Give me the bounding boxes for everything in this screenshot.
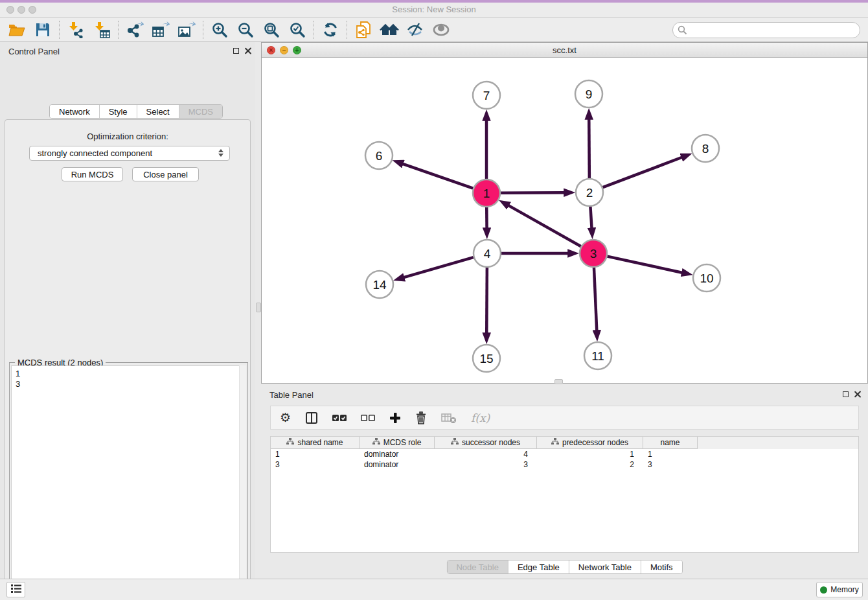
open-session-icon[interactable] <box>4 19 30 40</box>
graph-edge[interactable] <box>404 257 474 277</box>
mcds-result-list[interactable]: 13 <box>11 365 246 600</box>
table-cell: 2 <box>537 459 643 470</box>
node-table-header: shared nameMCDS rolesuccessor nodesprede… <box>271 437 858 449</box>
close-table-panel-icon[interactable] <box>854 391 861 398</box>
graph-edge[interactable] <box>603 157 683 187</box>
zoom-out-icon[interactable] <box>233 19 258 40</box>
import-network-icon[interactable] <box>63 19 89 40</box>
tab-node-table[interactable]: Node Table <box>447 560 508 573</box>
control-panel-title: Control Panel <box>8 47 60 56</box>
node-table: shared nameMCDS rolesuccessor nodesprede… <box>270 436 859 553</box>
table-cell: 3 <box>643 459 698 470</box>
export-image-icon[interactable] <box>174 19 200 40</box>
graph-edge[interactable] <box>486 268 487 334</box>
zoom-fit-icon[interactable] <box>258 19 284 40</box>
graph-node-label: 9 <box>586 87 593 101</box>
graph-node-label: 1 <box>483 187 490 200</box>
table-cell: dominator <box>360 459 435 470</box>
graph-node-label: 4 <box>484 247 491 260</box>
select-all-icon[interactable] <box>332 410 347 426</box>
graph-edge[interactable] <box>594 268 597 331</box>
graph-edge[interactable] <box>508 205 581 247</box>
split-columns-icon[interactable] <box>305 410 318 426</box>
table-cell: 3 <box>435 459 537 470</box>
memory-button[interactable]: Memory <box>816 582 863 597</box>
chevron-updown-icon <box>218 149 223 157</box>
table-cell: 4 <box>435 449 537 459</box>
network-window-titlebar[interactable]: × – + scc.txt <box>262 43 867 58</box>
graph-edge[interactable] <box>590 207 591 229</box>
list-icon <box>10 584 22 596</box>
application-window: Session: New Session <box>0 0 868 600</box>
horizontal-splitter-handle[interactable] <box>554 379 563 384</box>
graph-node-label: 3 <box>590 247 597 260</box>
graph-node-label: 6 <box>376 149 383 163</box>
graph-edge[interactable] <box>402 164 473 189</box>
export-table-icon[interactable] <box>148 19 174 40</box>
table-panel-header: Table Panel <box>261 386 868 404</box>
tab-mcds[interactable]: MCDS <box>179 105 222 118</box>
column-header[interactable]: name <box>643 437 698 449</box>
shared-column-icon <box>551 438 559 448</box>
column-header[interactable]: predecessor nodes <box>537 437 643 449</box>
table-cell: 1 <box>537 449 643 459</box>
network-canvas-svg[interactable]: 7968124314101511 <box>262 58 867 383</box>
column-header[interactable]: MCDS role <box>360 437 435 449</box>
delete-column-icon[interactable] <box>415 410 427 426</box>
search-icon <box>678 25 687 38</box>
tab-style[interactable]: Style <box>100 105 137 118</box>
home-icon[interactable] <box>376 19 402 40</box>
node-table-body: 1dominator4113dominator323 <box>271 449 858 470</box>
control-panel-tabs: Network Style Select MCDS <box>49 104 223 119</box>
zoom-selected-icon[interactable] <box>284 19 310 40</box>
result-scrollbar[interactable] <box>239 365 246 600</box>
hide-details-icon[interactable] <box>402 19 428 40</box>
tab-network[interactable]: Network <box>50 105 100 118</box>
tab-select[interactable]: Select <box>137 105 179 118</box>
refresh-layout-icon[interactable] <box>317 19 343 40</box>
network-view-window: × – + scc.txt 7968124314101511 <box>261 42 868 384</box>
graph-edge[interactable] <box>607 257 682 273</box>
table-row[interactable]: 1dominator411 <box>271 449 858 459</box>
zoom-in-icon[interactable] <box>207 19 233 40</box>
window-title: Session: New Session <box>0 5 868 14</box>
window-titlebar: Session: New Session <box>0 0 868 18</box>
column-header-label: MCDS role <box>383 438 422 447</box>
graph-edge[interactable] <box>589 119 589 178</box>
save-session-icon[interactable] <box>30 19 56 40</box>
delete-table-icon <box>441 410 457 426</box>
task-history-button[interactable] <box>6 582 25 597</box>
mcds-tab-content: Optimization criterion: strongly connect… <box>5 119 251 600</box>
vertical-splitter-handle[interactable] <box>256 303 261 312</box>
float-panel-icon[interactable] <box>233 48 239 54</box>
toolbar-search <box>672 22 860 38</box>
gear-icon[interactable]: ⚙ <box>280 410 291 426</box>
status-bar: Memory <box>0 579 868 600</box>
graph-node-label: 14 <box>372 278 387 292</box>
graph-node-label: 8 <box>702 142 709 156</box>
optimization-criterion-dropdown[interactable]: strongly connected component <box>29 146 230 161</box>
run-mcds-button[interactable]: Run MCDS <box>62 167 123 181</box>
column-header[interactable]: shared name <box>271 437 360 449</box>
toolbar-separator <box>347 21 347 39</box>
tab-network-table[interactable]: Network Table <box>569 560 641 573</box>
import-table-icon[interactable] <box>89 19 115 40</box>
tab-edge-table[interactable]: Edge Table <box>508 560 569 573</box>
show-details-icon[interactable] <box>428 19 454 40</box>
float-table-panel-icon[interactable] <box>843 391 849 397</box>
column-header[interactable]: successor nodes <box>435 437 537 449</box>
window-accent-strip <box>0 0 868 3</box>
tab-motifs[interactable]: Motifs <box>641 560 682 573</box>
table-row[interactable]: 3dominator323 <box>271 459 858 470</box>
shared-column-icon <box>451 438 459 448</box>
graph-edge[interactable] <box>501 192 565 193</box>
search-input[interactable] <box>672 22 860 38</box>
add-column-icon[interactable] <box>389 410 401 426</box>
deselect-all-icon[interactable] <box>361 410 375 426</box>
close-panel-icon[interactable] <box>244 47 251 54</box>
export-network-icon[interactable] <box>122 19 148 40</box>
close-panel-button[interactable]: Close panel <box>132 167 199 181</box>
table-cell: 3 <box>271 459 360 470</box>
clone-network-icon[interactable] <box>350 19 376 40</box>
table-cell: 1 <box>643 449 698 459</box>
